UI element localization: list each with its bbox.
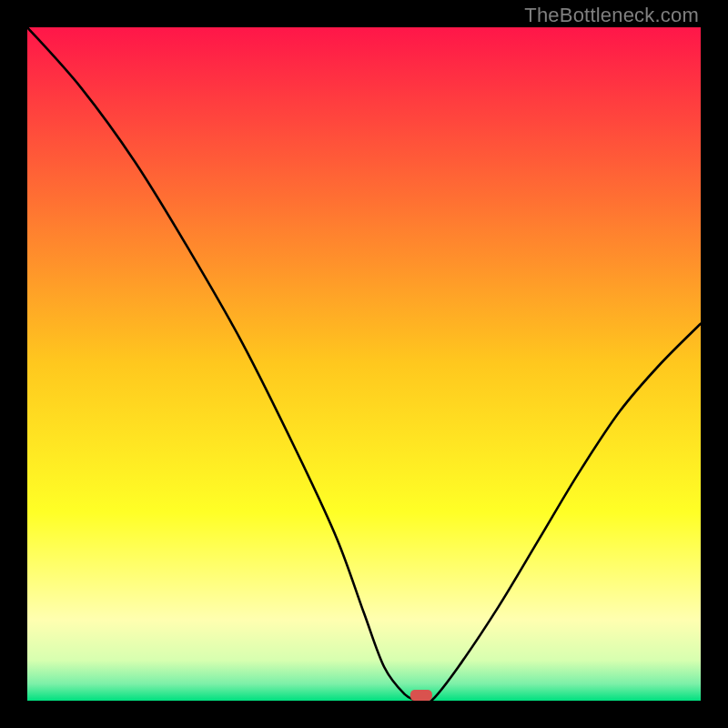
optimal-marker <box>410 690 432 701</box>
chart-svg <box>27 27 701 701</box>
branding-watermark: TheBottleneck.com <box>524 4 699 27</box>
chart-frame: TheBottleneck.com <box>0 0 728 728</box>
gradient-background <box>27 27 701 701</box>
plot-area <box>27 27 701 701</box>
